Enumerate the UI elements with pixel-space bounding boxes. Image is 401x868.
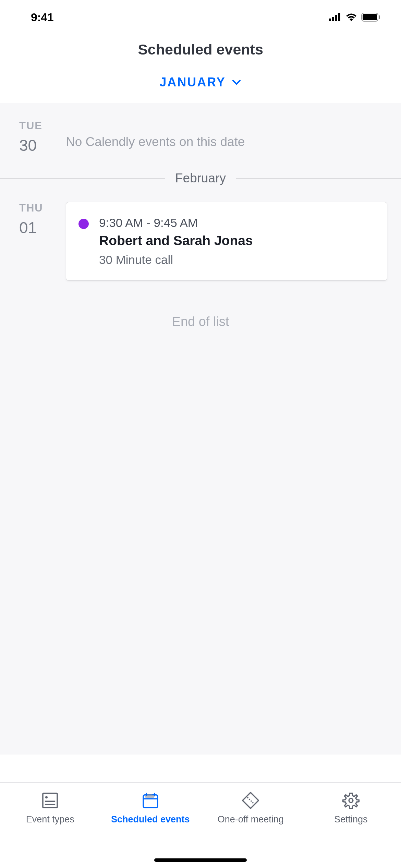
day-name: THU [19,202,53,214]
gear-icon [341,791,361,810]
calendar-icon [141,791,160,810]
event-color-dot [78,219,89,229]
event-types-icon [40,791,60,810]
event-card[interactable]: 9:30 AM - 9:45 AM Robert and Sarah Jonas… [66,202,387,281]
wifi-icon [345,13,357,21]
header: Scheduled events JANUARY [0,34,401,103]
svg-line-16 [247,797,254,804]
home-indicator[interactable] [154,858,247,862]
event-time: 9:30 AM - 9:45 AM [99,216,253,230]
status-icons [329,13,380,22]
date-column: THU 01 [19,202,53,281]
status-time: 9:41 [31,11,53,24]
day-row-empty: TUE 30 No Calendly events on this date [0,103,401,171]
end-of-list: End of list [0,297,401,346]
svg-point-17 [349,798,353,803]
tab-label: Settings [334,813,368,825]
svg-point-8 [46,797,47,798]
event-list[interactable]: TUE 30 No Calendly events on this date F… [0,103,401,755]
tab-label: Event types [26,813,74,825]
month-selector[interactable]: JANUARY [159,75,242,89]
tab-settings[interactable]: Settings [301,791,401,868]
date-column: TUE 30 [19,120,53,155]
tab-label: Scheduled events [111,813,190,825]
month-divider: February [0,171,401,185]
status-bar: 9:41 [0,0,401,34]
page-title: Scheduled events [0,41,401,58]
tab-bar: Event types Scheduled events One-off mee… [0,782,401,868]
day-number: 01 [19,218,53,237]
cellular-icon [329,13,341,21]
tab-scheduled-events[interactable]: Scheduled events [100,791,201,868]
tab-one-off-meeting[interactable]: One-off meeting [200,791,301,868]
svg-rect-3 [338,13,340,21]
event-type: 30 Minute call [99,253,253,267]
no-events-message: No Calendly events on this date [66,120,387,149]
month-divider-label: February [175,171,226,185]
svg-rect-5 [363,14,377,20]
battery-icon [361,13,380,22]
svg-rect-0 [329,19,331,21]
tab-label: One-off meeting [218,813,284,825]
svg-rect-2 [335,15,337,21]
svg-rect-1 [332,17,334,21]
day-number: 30 [19,136,53,155]
svg-rect-7 [43,793,57,808]
event-title: Robert and Sarah Jonas [99,233,253,248]
day-name: TUE [19,120,53,132]
ticket-icon [241,791,260,810]
day-row-event: THU 01 9:30 AM - 9:45 AM Robert and Sara… [0,185,401,297]
tab-event-types[interactable]: Event types [0,791,100,868]
chevron-down-icon [231,77,242,87]
month-label: JANUARY [159,75,226,89]
svg-rect-6 [379,15,380,19]
